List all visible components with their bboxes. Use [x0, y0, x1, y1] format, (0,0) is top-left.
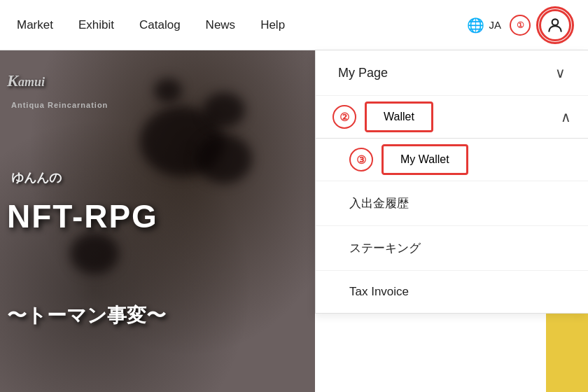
game-title: Kamui [7, 71, 45, 90]
staking-label: ステーキング [349, 240, 421, 256]
nav-exhibit[interactable]: Exhibit [78, 18, 114, 32]
ink-blot-3 [203, 92, 245, 127]
jp-subtitle: ゆんんの [11, 169, 62, 186]
my-wallet-item[interactable]: My Wallet [382, 144, 468, 175]
my-page-chevron: ∨ [555, 64, 566, 81]
wallet-item[interactable]: Wallet [365, 102, 433, 132]
my-wallet-left: ③ My Wallet [349, 144, 554, 175]
profile-icon [546, 16, 564, 34]
wallet-label: Wallet [384, 111, 414, 122]
wallet-row-container: ② Wallet ∧ [316, 96, 588, 139]
language-selector[interactable]: 🌐 JA [467, 17, 501, 34]
svg-point-0 [552, 19, 559, 25]
globe-icon: 🌐 [467, 17, 484, 34]
nav-help[interactable]: Help [260, 18, 285, 32]
nft-rpg-title: NFT-RPG [7, 197, 158, 235]
my-page-item[interactable]: My Page ∨ [316, 50, 588, 96]
wallet-chevron: ∧ [561, 108, 571, 125]
tax-invoice-item[interactable]: Tax Invoice [316, 271, 588, 313]
step1-label: ① [517, 20, 524, 30]
staking-item[interactable]: ステーキング [316, 226, 588, 271]
my-page-label: My Page [338, 66, 388, 80]
header-right: 🌐 JA ① [467, 9, 571, 41]
background-image: Kamui Antiqua Reincarnation ゆんんの NFT-RPG… [0, 50, 315, 392]
profile-button[interactable] [539, 9, 571, 41]
step3-circle: ③ [349, 148, 373, 172]
header: Market Exhibit Catalog News Help 🌐 JA ① [0, 0, 588, 50]
transaction-history-label: 入出金履歴 [349, 195, 409, 211]
step2-circle: ② [332, 105, 356, 129]
main-content: Kamui Antiqua Reincarnation ゆんんの NFT-RPG… [0, 50, 315, 392]
dropdown-menu: My Page ∨ ② Wallet ∧ ③ My Wallet 入出金履歴 ス… [315, 50, 588, 314]
ink-blot-4 [154, 78, 182, 103]
nav-catalog[interactable]: Catalog [139, 18, 181, 32]
my-wallet-label: My Wallet [400, 153, 449, 165]
game-subtitle: Antiqua Reincarnation [11, 101, 108, 109]
ink-blot-2 [196, 134, 252, 183]
tax-invoice-label: Tax Invoice [349, 285, 409, 299]
wallet-row: ② Wallet ∧ [332, 102, 571, 132]
lang-code: JA [489, 19, 501, 31]
transaction-history-item[interactable]: 入出金履歴 [316, 181, 588, 226]
nav-market[interactable]: Market [17, 18, 53, 32]
nav-news[interactable]: News [206, 18, 236, 32]
wallet-left: ② Wallet [332, 102, 433, 132]
step1-badge: ① [510, 15, 531, 36]
ink-blot-5 [70, 232, 119, 274]
bottom-subtitle: 〜トーマン事変〜 [7, 302, 166, 329]
my-wallet-row: ③ My Wallet [316, 139, 588, 181]
nav-links: Market Exhibit Catalog News Help [17, 18, 467, 32]
